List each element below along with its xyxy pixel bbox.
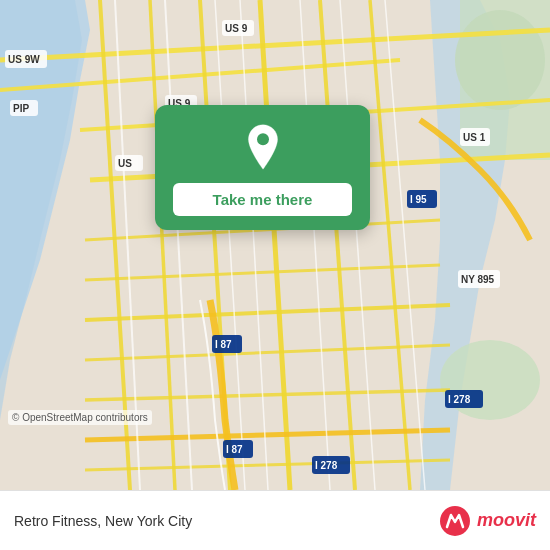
svg-text:US 9: US 9 bbox=[225, 23, 248, 34]
svg-text:NY 895: NY 895 bbox=[461, 274, 495, 285]
svg-text:US 1: US 1 bbox=[463, 132, 486, 143]
svg-text:I 278: I 278 bbox=[315, 460, 338, 471]
svg-text:I 87: I 87 bbox=[226, 444, 243, 455]
svg-text:I 278: I 278 bbox=[448, 394, 471, 405]
moovit-logo: moovit bbox=[439, 505, 536, 537]
moovit-icon bbox=[439, 505, 471, 537]
bottom-bar: Retro Fitness, New York City moovit bbox=[0, 490, 550, 550]
map-container: US 9W US 9 US US 9 PIP I 95 US 1 I 87 I … bbox=[0, 0, 550, 490]
svg-point-55 bbox=[257, 133, 269, 145]
copyright-notice: © OpenStreetMap contributors bbox=[8, 410, 152, 425]
popup-card[interactable]: Take me there bbox=[155, 105, 370, 230]
location-pin-icon bbox=[239, 123, 287, 171]
moovit-brand-label: moovit bbox=[477, 510, 536, 531]
svg-text:I 87: I 87 bbox=[215, 339, 232, 350]
svg-text:US: US bbox=[118, 158, 132, 169]
svg-text:PIP: PIP bbox=[13, 103, 29, 114]
svg-text:I 95: I 95 bbox=[410, 194, 427, 205]
svg-text:US 9W: US 9W bbox=[8, 54, 40, 65]
svg-point-5 bbox=[455, 10, 545, 110]
location-label: Retro Fitness, New York City bbox=[14, 513, 192, 529]
take-me-there-button[interactable]: Take me there bbox=[173, 183, 352, 216]
